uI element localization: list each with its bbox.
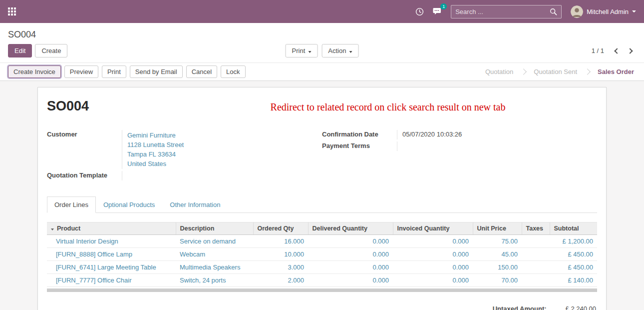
quotation-template-value[interactable] [122,171,322,180]
ordered-qty-cell[interactable]: 3.000 [253,261,308,274]
topbar-right: 1 Mitchell Admin [415,5,636,18]
order-line-row[interactable]: [FURN_7777] Office Chair Switch, 24 port… [47,274,597,287]
column-header-description[interactable]: Description [176,222,253,235]
customer-address-line[interactable]: Tampa FL 33634 [127,150,322,159]
action-menu-button[interactable]: Action [322,44,358,58]
breadcrumb: SO004 [8,30,36,40]
product-link[interactable]: Virtual Interior Design [56,238,118,245]
search-input[interactable] [455,8,550,16]
order-lines-table: Product Description Ordered Qty Delivere… [47,222,597,287]
order-lines-body: Virtual Interior Design Service on deman… [47,235,597,287]
unit-price-cell[interactable]: 70.00 [473,274,522,287]
chevron-right-icon [627,48,633,54]
column-header-delivered-qty[interactable]: Delivered Quantity [308,222,393,235]
statusbar-action-button[interactable]: Create Invoice [8,66,61,78]
unit-price-cell[interactable]: 45.00 [473,248,522,261]
create-button[interactable]: Create [35,44,67,58]
customer-value: Gemini Furniture1128 Lunetta StreetTampa… [122,130,322,169]
user-menu[interactable]: Mitchell Admin [571,6,636,18]
statusbar-stage[interactable]: Quotation [483,67,515,76]
taxes-cell[interactable] [522,248,550,261]
product-link[interactable]: [FURN_8888] Office Lamp [56,250,132,258]
delivered-qty-cell[interactable]: 0.000 [308,261,393,274]
column-header-product-label: Product [57,225,80,232]
description-cell[interactable]: Multimedia Speakers [176,261,253,274]
invoiced-qty-cell[interactable]: 0.000 [393,274,473,287]
horizontal-scrollbar[interactable] [47,288,597,292]
taxes-cell[interactable] [522,261,550,274]
content-area: SO004 Redirect to related record on clic… [0,81,644,310]
print-menu-button[interactable]: Print [286,44,318,58]
product-link[interactable]: [FURN_7777] Office Chair [56,276,132,284]
statusbar-action-button[interactable]: Print [102,66,126,78]
taxes-cell[interactable] [522,274,550,287]
notebook-tab[interactable]: Optional Products [96,196,162,213]
product-link[interactable]: [FURN_6741] Large Meeting Table [56,264,156,271]
customer-address-line[interactable]: 1128 Lunetta Street [127,140,322,150]
invoiced-qty-cell[interactable]: 0.000 [393,235,473,248]
search-icon[interactable] [550,8,557,16]
statusbar-stage[interactable]: Quotation Sent [515,67,579,76]
activities-clock-icon[interactable] [415,8,424,16]
sheet-header: SO004 Redirect to related record on clic… [47,98,597,114]
confirmation-date-value: 05/07/2020 10:03:26 [397,130,597,140]
delivered-qty-cell[interactable]: 0.000 [308,274,393,287]
statusbar-action-button[interactable]: Lock [221,66,245,78]
payment-terms-value[interactable] [397,142,597,151]
description-cell[interactable]: Webcam [176,248,253,261]
ordered-qty-cell[interactable]: 16.000 [253,235,308,248]
invoiced-qty-cell[interactable]: 0.000 [393,261,473,274]
annotation-text: Redirect to related record on click sear… [89,102,597,113]
record-title: SO004 [47,98,89,114]
apps-menu-icon[interactable] [8,8,16,16]
page: 1 Mitchell Admin SO004 Edit Create [0,0,644,310]
column-header-subtotal[interactable]: Subtotal [550,222,597,235]
action-menu-label: Action [328,47,346,54]
statusbar-action-button[interactable]: Send by Email [130,66,183,78]
customer-address-line[interactable]: Gemini Furniture [127,130,322,140]
control-panel: Edit Create Print Action 1 / 1 [0,44,644,62]
unit-price-cell[interactable]: 75.00 [473,235,522,248]
ordered-qty-cell[interactable]: 10.000 [253,248,308,261]
invoiced-qty-cell[interactable]: 0.000 [393,248,473,261]
description-cell[interactable]: Switch, 24 ports [176,274,253,287]
description-cell[interactable]: Service on demand [176,235,253,248]
ordered-qty-cell[interactable]: 2.000 [253,274,308,287]
edit-button[interactable]: Edit [8,44,32,58]
customer-address-line[interactable]: United States [127,159,322,168]
subtotal-cell: £ 140.00 [550,274,597,287]
global-search-box [451,5,562,18]
statusbar-stage[interactable]: Sales Order [579,67,636,76]
avatar [571,6,583,18]
delivered-qty-cell[interactable]: 0.000 [308,248,393,261]
field-group-left: Customer Gemini Furniture1128 Lunetta St… [47,130,322,182]
product-cell: [FURN_8888] Office Lamp [47,248,176,261]
order-line-row[interactable]: [FURN_6741] Large Meeting Table Multimed… [47,261,597,274]
statusbar-action-button[interactable]: Preview [64,66,98,78]
delivered-qty-cell[interactable]: 0.000 [308,235,393,248]
customer-address: Gemini Furniture1128 Lunetta StreetTampa… [127,130,322,168]
column-header-invoiced-qty[interactable]: Invoiced Quantity [393,222,473,235]
messages-icon[interactable]: 1 [433,8,442,16]
column-header-ordered-qty[interactable]: Ordered Qty [253,222,308,235]
field-group-right: Confirmation Date 05/07/2020 10:03:26 Pa… [322,130,597,182]
column-header-product[interactable]: Product [47,222,176,235]
product-cell: [FURN_6741] Large Meeting Table [47,261,176,274]
order-line-row[interactable]: [FURN_8888] Office Lamp Webcam 10.000 0.… [47,248,597,261]
confirmation-date-field: Confirmation Date 05/07/2020 10:03:26 [322,130,597,140]
unit-price-cell[interactable]: 150.00 [473,261,522,274]
quotation-template-field: Quotation Template [47,171,322,180]
notebook-tab[interactable]: Order Lines [47,196,96,213]
pager-next-button[interactable] [624,45,636,56]
notebook-tabs: Order Lines Optional Products Other Info… [47,196,597,213]
statusbar-buttons: Create Invoice Preview Print Send by Ema… [8,66,246,78]
sort-caret-icon[interactable] [51,228,54,230]
statusbar-action-button[interactable]: Cancel [186,66,217,78]
taxes-cell[interactable] [522,235,550,248]
notebook-tab[interactable]: Other Information [162,196,228,213]
column-header-taxes[interactable]: Taxes [522,222,550,235]
print-menu-label: Print [292,47,306,54]
pager-previous-button[interactable] [611,45,623,56]
column-header-unit-price[interactable]: Unit Price [473,222,522,235]
order-line-row[interactable]: Virtual Interior Design Service on deman… [47,235,597,248]
